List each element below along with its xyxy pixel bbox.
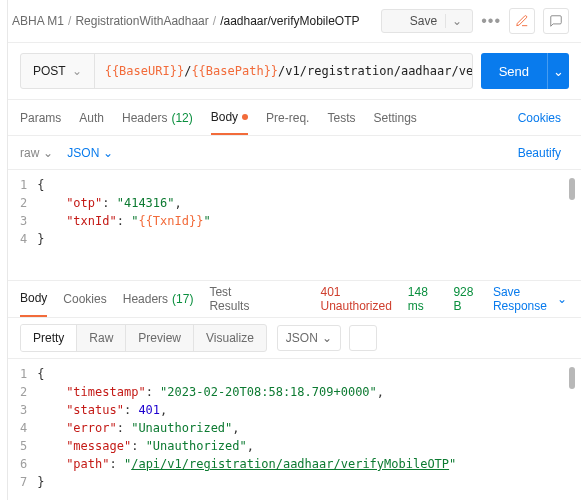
beautify-link[interactable]: Beautify: [518, 146, 561, 160]
tab-settings[interactable]: Settings: [373, 100, 416, 135]
send-dropdown-button[interactable]: ⌄: [547, 53, 569, 89]
save-label: Save: [410, 14, 437, 28]
url-var: {{BaseURI}}: [105, 64, 184, 78]
body-type-select[interactable]: raw ⌄: [20, 146, 53, 160]
tab-body[interactable]: Body: [211, 100, 248, 135]
send-button[interactable]: Send: [481, 53, 547, 89]
edit-button[interactable]: [509, 8, 535, 34]
seg-visualize[interactable]: Visualize: [194, 325, 266, 351]
save-button[interactable]: Save ⌄: [381, 9, 473, 33]
method-value: POST: [33, 64, 66, 78]
code-area[interactable]: { "otp": "414316", "txnId": "{{TxnId}}" …: [37, 176, 573, 274]
tab-auth[interactable]: Auth: [79, 100, 104, 135]
comments-button[interactable]: [543, 8, 569, 34]
topbar-actions: Save ⌄ •••: [381, 8, 569, 34]
search-icon: [544, 330, 560, 346]
seg-preview[interactable]: Preview: [126, 325, 194, 351]
status-code: 401 Unauthorized: [320, 285, 391, 313]
tab-headers[interactable]: Headers (12): [122, 100, 193, 135]
chevron-down-icon: ⌄: [557, 292, 567, 306]
tab-prereq[interactable]: Pre-req.: [266, 100, 309, 135]
copy-button[interactable]: [513, 329, 531, 347]
crumb-collection[interactable]: ABHA M1: [12, 14, 64, 28]
resp-tab-body[interactable]: Body: [20, 281, 47, 317]
crumb-sep: /: [68, 14, 71, 28]
save-response-link[interactable]: Save Response ⌄: [493, 285, 567, 313]
copy-icon: [514, 330, 530, 346]
resp-tab-tests[interactable]: Test Results: [209, 281, 258, 317]
svg-point-2: [547, 333, 556, 342]
chevron-down-icon: ⌄: [103, 146, 113, 160]
body-lang-select[interactable]: JSON ⌄: [67, 146, 113, 160]
code-area[interactable]: { "timestamp": "2023-02-20T08:58:18.709+…: [37, 365, 573, 483]
tab-tests[interactable]: Tests: [327, 100, 355, 135]
response-toolbar: Pretty Raw Preview Visualize JSON ⌄: [0, 318, 581, 359]
seg-raw[interactable]: Raw: [77, 325, 126, 351]
request-body-editor[interactable]: 1 2 3 4 { "otp": "414316", "txnId": "{{T…: [0, 170, 581, 280]
resp-tab-cookies[interactable]: Cookies: [63, 281, 106, 317]
line-gutter: 1 2 3 4 5 6 7: [20, 365, 37, 483]
request-tabs: Params Auth Headers (12) Body Pre-req. T…: [0, 100, 581, 136]
crumb-folder[interactable]: RegistrationWithAadhaar: [75, 14, 208, 28]
response-time: 148 ms: [408, 285, 438, 313]
crumb-request[interactable]: /aadhaar/verifyMobileOTP: [220, 14, 359, 28]
url-input[interactable]: {{BaseURI}}/{{BasePath}}/v1/registration…: [95, 64, 472, 78]
more-options-icon[interactable]: •••: [481, 12, 501, 30]
wrap-icon: [356, 331, 370, 345]
url-var: {{BasePath}}: [191, 64, 278, 78]
response-body-editor[interactable]: 1 2 3 4 5 6 7 { "timestamp": "2023-02-20…: [0, 359, 581, 489]
chevron-down-icon: ⌄: [322, 331, 332, 345]
svg-rect-1: [520, 336, 529, 345]
top-bar: ABHA M1 / RegistrationWithAadhaar / /aad…: [0, 0, 581, 43]
network-icon[interactable]: [290, 291, 304, 308]
chevron-down-icon: ⌄: [553, 64, 564, 79]
unsaved-dot-icon: [242, 114, 248, 120]
response-tabs: Body Cookies Headers (17) Test Results 4…: [0, 280, 581, 318]
breadcrumb: ABHA M1 / RegistrationWithAadhaar / /aad…: [12, 14, 360, 28]
save-icon: [392, 15, 404, 27]
send-button-group: Send ⌄: [481, 53, 569, 89]
response-lang-select[interactable]: JSON ⌄: [277, 325, 341, 351]
chevron-down-icon: ⌄: [445, 14, 462, 28]
cookies-link[interactable]: Cookies: [518, 111, 561, 125]
line-gutter: 1 2 3 4: [20, 176, 37, 274]
resp-tab-headers[interactable]: Headers (17): [123, 281, 194, 317]
wrap-lines-button[interactable]: [349, 325, 377, 351]
search-button[interactable]: [543, 329, 561, 347]
response-view-segment: Pretty Raw Preview Visualize: [20, 324, 267, 352]
body-toolbar: raw ⌄ JSON ⌄ Beautify: [0, 136, 581, 170]
tab-params[interactable]: Params: [20, 100, 61, 135]
method-select[interactable]: POST ⌄: [21, 54, 95, 88]
chevron-down-icon: ⌄: [43, 146, 53, 160]
url-row: POST ⌄ {{BaseURI}}/{{BasePath}}/v1/regis…: [0, 43, 581, 100]
pencil-icon: [515, 14, 529, 28]
scrollbar-thumb[interactable]: [569, 178, 575, 200]
chevron-down-icon: ⌄: [72, 64, 82, 78]
url-input-group: POST ⌄ {{BaseURI}}/{{BasePath}}/v1/regis…: [20, 53, 473, 89]
comment-icon: [549, 14, 563, 28]
scrollbar-thumb[interactable]: [569, 367, 575, 389]
svg-point-0: [292, 292, 304, 304]
response-size: 928 B: [453, 285, 477, 313]
seg-pretty[interactable]: Pretty: [21, 325, 77, 351]
crumb-sep: /: [213, 14, 216, 28]
